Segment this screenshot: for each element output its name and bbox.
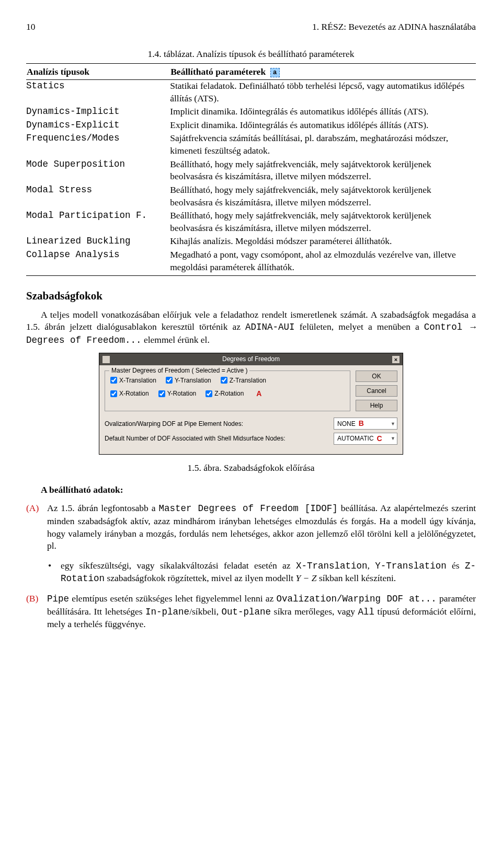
page-header: 10 1. RÉSZ: Bevezetés az ADINA használat… bbox=[26, 21, 476, 33]
y-rotation-checkbox[interactable]: Y-Rotation bbox=[158, 389, 197, 399]
bullet-item: • egy síkfeszültségi, vagy síkalakváltoz… bbox=[48, 560, 476, 585]
dialog-titlebar: Degrees of Freedom × bbox=[99, 353, 403, 365]
list-marker-b: (B) bbox=[26, 593, 42, 631]
shell-dof-select[interactable]: AUTOMATIC C bbox=[334, 433, 397, 445]
table-row: Linearized BucklingKihajlás analízis. Me… bbox=[26, 235, 476, 249]
table-caption: 1.4. táblázat. Analízis típusok és beáll… bbox=[26, 48, 476, 61]
table-row: Modal StressBeállítható, hogy mely saját… bbox=[26, 184, 476, 210]
table-header-col1: Analízis típusok bbox=[26, 64, 170, 80]
info-icon: a bbox=[270, 68, 280, 77]
figure-caption: 1.5. ábra. Szabadságfokok előírása bbox=[26, 462, 476, 474]
ovalization-label: Ovalization/Warping DOF at Pipe Element … bbox=[105, 420, 243, 428]
table-header-col2: Beállítható paraméterek a bbox=[170, 64, 476, 80]
page-number: 10 bbox=[26, 21, 36, 33]
z-rotation-checkbox[interactable]: Z-Rotation bbox=[206, 389, 244, 399]
callout-b: B bbox=[359, 419, 364, 429]
table-row: Mode SuperpositionBeállítható, hogy mely… bbox=[26, 158, 476, 184]
section-heading: Szabadságfokok bbox=[26, 288, 476, 303]
help-button[interactable]: Help bbox=[356, 400, 397, 411]
analysis-table: Analízis típusok Beállítható paraméterek… bbox=[26, 63, 476, 276]
x-rotation-checkbox[interactable]: X-Rotation bbox=[110, 389, 149, 399]
close-icon[interactable]: × bbox=[392, 356, 400, 363]
list-item-b: (B) Pipe elemtípus esetén szükséges lehe… bbox=[26, 593, 476, 631]
shell-dof-label: Default Number of DOF Associated with Sh… bbox=[105, 434, 285, 443]
window-icon bbox=[102, 356, 110, 363]
table-row: Collapse AnalysisMegadható a pont, vagy … bbox=[26, 249, 476, 276]
bullet-icon: • bbox=[48, 560, 55, 585]
table-row: StaticsStatikai feladatok. Definiálható … bbox=[26, 79, 476, 106]
ok-button[interactable]: OK bbox=[356, 371, 397, 382]
fieldset-legend: Master Degrees of Freedom ( Selected = A… bbox=[109, 366, 249, 375]
table-row: Dynamics-ExplicitExplicit dinamika. Idői… bbox=[26, 119, 476, 133]
callout-a: A bbox=[256, 389, 261, 399]
y-translation-checkbox[interactable]: Y-Translation bbox=[166, 376, 211, 385]
degrees-of-freedom-dialog: Degrees of Freedom × Master Degrees of F… bbox=[99, 353, 403, 455]
z-translation-checkbox[interactable]: Z-Translation bbox=[221, 376, 266, 385]
table-row: Dynamics-ImplicitImplicit dinamika. Idői… bbox=[26, 106, 476, 119]
table-row: Frequencies/ModesSajátfrekvencia számítá… bbox=[26, 132, 476, 158]
running-head: 1. RÉSZ: Bevezetés az ADINA használatába bbox=[312, 21, 476, 33]
dialog-title: Degrees of Freedom bbox=[110, 355, 392, 363]
callout-c: C bbox=[377, 434, 382, 444]
cancel-button[interactable]: Cancel bbox=[356, 385, 397, 397]
settable-heading: A beállítható adatok: bbox=[26, 484, 476, 496]
master-dof-fieldset: Master Degrees of Freedom ( Selected = A… bbox=[105, 371, 350, 412]
list-marker-a: (A) bbox=[26, 502, 42, 552]
table-row: Modal Participation F.Beállítható, hogy … bbox=[26, 210, 476, 235]
list-item-a: (A) Az 1.5. ábrán legfontosabb a Master … bbox=[26, 502, 476, 552]
x-translation-checkbox[interactable]: X-Translation bbox=[110, 376, 156, 385]
paragraph: A teljes modell vonatkozásában előírjuk … bbox=[26, 309, 476, 347]
ovalization-select[interactable]: NONE B bbox=[334, 418, 397, 430]
